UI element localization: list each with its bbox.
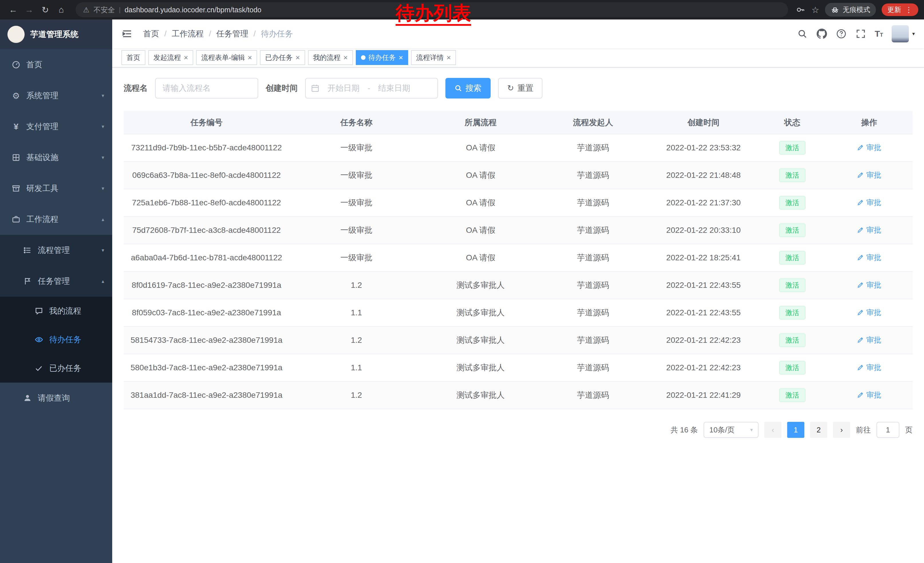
bookmark-star-icon[interactable]: ☆ (812, 5, 819, 15)
tab-process-form-edit[interactable]: 流程表单-编辑 × (196, 50, 257, 65)
cell-action: 审批 (826, 189, 912, 216)
sidebar-item-system[interactable]: ⚙ 系统管理 ▾ (0, 80, 112, 111)
browser-menu-icon[interactable]: ⋮ (905, 6, 912, 14)
chevron-down-icon: ▾ (102, 247, 104, 254)
close-icon[interactable]: × (399, 54, 403, 61)
reset-button[interactable]: ↻ 重置 (498, 78, 542, 99)
tab-my-process[interactable]: 我的流程 × (308, 50, 353, 65)
date-range-picker[interactable]: - (305, 78, 438, 99)
cell-created: 2022-01-22 20:33:10 (648, 216, 759, 244)
cell-task-name: 1.2 (290, 272, 424, 299)
prev-page-button[interactable]: ‹ (764, 422, 782, 438)
end-date-input[interactable] (372, 84, 416, 93)
tab-process-detail[interactable]: 流程详情 × (411, 50, 456, 65)
table-row: 381aa1dd-7ac8-11ec-a9e2-a2380e71991a 1.2… (124, 381, 912, 409)
browser-reload-button[interactable]: ↻ (38, 2, 52, 17)
status-badge: 激活 (779, 361, 806, 374)
cell-task-name: 一级审批 (290, 216, 424, 244)
approve-button[interactable]: 审批 (857, 252, 881, 263)
start-date-input[interactable] (322, 84, 365, 93)
close-icon[interactable]: × (344, 54, 348, 61)
sidebar-item-workflow[interactable]: 工作流程 ▴ (0, 204, 112, 235)
sidebar-item-process-management[interactable]: 流程管理 ▾ (0, 235, 112, 266)
goto-page-input[interactable] (876, 422, 899, 438)
approve-button[interactable]: 审批 (857, 363, 881, 372)
create-time-label: 创建时间 (266, 83, 298, 94)
approve-button[interactable]: 审批 (857, 308, 881, 318)
cell-status: 激活 (759, 162, 826, 189)
tab-todo-tasks[interactable]: 待办任务 × (356, 50, 408, 65)
table-row: 8f059c03-7ac8-11ec-a9e2-a2380e71991a 1.1… (124, 299, 912, 326)
tab-start-process[interactable]: 发起流程 × (148, 50, 193, 65)
cell-task-id: 8f059c03-7ac8-11ec-a9e2-a2380e71991a (124, 299, 290, 326)
page-button-1[interactable]: 1 (787, 422, 804, 438)
cell-created: 2022-01-22 21:37:30 (648, 189, 759, 216)
total-count: 共 16 条 (670, 425, 698, 435)
active-tab-dot (361, 55, 366, 60)
browser-home-button[interactable]: ⌂ (54, 2, 69, 17)
page-button-2[interactable]: 2 (810, 422, 827, 438)
column-status: 状态 (759, 111, 826, 134)
approve-button[interactable]: 审批 (857, 280, 881, 290)
update-button[interactable]: 更新 ⋮ (882, 3, 918, 16)
user-menu[interactable]: ▾ (892, 25, 915, 42)
tab-done-tasks[interactable]: 已办任务 × (260, 50, 305, 65)
approve-button[interactable]: 审批 (857, 170, 881, 180)
approve-button[interactable]: 审批 (857, 335, 881, 345)
app-title: 芋道管理系统 (30, 29, 78, 40)
search-button[interactable]: 搜索 (446, 78, 490, 99)
sidebar-item-home[interactable]: 首页 (0, 49, 112, 80)
sidebar-item-done-tasks[interactable]: 已办任务 (0, 354, 112, 383)
sidebar-item-my-process[interactable]: 我的流程 (0, 297, 112, 325)
cell-task-name: 1.2 (290, 326, 424, 354)
sidebar-collapse-icon[interactable] (122, 27, 134, 40)
cell-created: 2022-01-21 22:43:55 (648, 272, 759, 299)
breadcrumb-workflow[interactable]: 工作流程 (172, 29, 204, 39)
key-icon[interactable] (795, 4, 806, 15)
browser-back-button[interactable]: ← (6, 2, 21, 17)
close-icon[interactable]: × (296, 54, 300, 61)
chat-icon (34, 306, 44, 315)
close-icon[interactable]: × (248, 54, 252, 61)
next-page-button[interactable]: › (833, 422, 850, 438)
breadcrumb-task-management[interactable]: 任务管理 (216, 29, 249, 39)
close-icon[interactable]: × (447, 54, 451, 61)
cell-task-name: 一级审批 (290, 134, 424, 162)
security-label[interactable]: 不安全 (93, 5, 115, 15)
eye-icon (34, 335, 44, 344)
app-logo[interactable]: 芋道管理系统 (0, 20, 112, 49)
search-icon[interactable] (797, 29, 808, 39)
approve-button[interactable]: 审批 (857, 143, 881, 153)
status-badge: 激活 (779, 306, 806, 319)
fullscreen-icon[interactable] (855, 29, 866, 39)
github-icon[interactable] (816, 29, 827, 39)
cell-action: 审批 (826, 326, 912, 354)
url-text: dashboard.yudao.iocoder.cn/bpm/task/todo (124, 6, 261, 14)
approve-button[interactable]: 审批 (857, 225, 881, 235)
sidebar-item-todo-tasks[interactable]: 待办任务 (0, 325, 112, 354)
sidebar-item-infrastructure[interactable]: 基础设施 ▾ (0, 142, 112, 173)
cell-created: 2022-01-21 22:43:55 (648, 299, 759, 326)
breadcrumb-home[interactable]: 首页 (143, 29, 159, 39)
sidebar-item-task-management[interactable]: 任务管理 ▴ (0, 266, 112, 297)
approve-button[interactable]: 审批 (857, 198, 881, 208)
font-size-icon[interactable]: TT (875, 29, 883, 39)
cell-status: 激活 (759, 216, 826, 244)
avatar[interactable] (892, 25, 909, 42)
chevron-down-icon: ▾ (102, 123, 104, 130)
tab-home[interactable]: 首页 (122, 50, 146, 65)
status-badge: 激活 (779, 388, 806, 402)
process-name-input[interactable] (155, 78, 258, 99)
sidebar-item-devtools[interactable]: 研发工具 ▾ (0, 173, 112, 204)
browser-forward-button[interactable]: → (22, 2, 37, 17)
approve-button[interactable]: 审批 (857, 390, 881, 400)
page-size-select[interactable]: 10条/页 ▾ (704, 422, 759, 438)
help-icon[interactable] (836, 29, 847, 39)
sidebar-item-leave-query[interactable]: 请假查询 (0, 383, 112, 413)
close-icon[interactable]: × (184, 54, 188, 61)
sidebar-item-payment[interactable]: ¥ 支付管理 ▾ (0, 111, 112, 142)
cell-task-name: 1.1 (290, 354, 424, 381)
cell-task-name: 一级审批 (290, 162, 424, 189)
user-icon (23, 393, 32, 402)
caret-down-icon: ▾ (912, 31, 915, 37)
